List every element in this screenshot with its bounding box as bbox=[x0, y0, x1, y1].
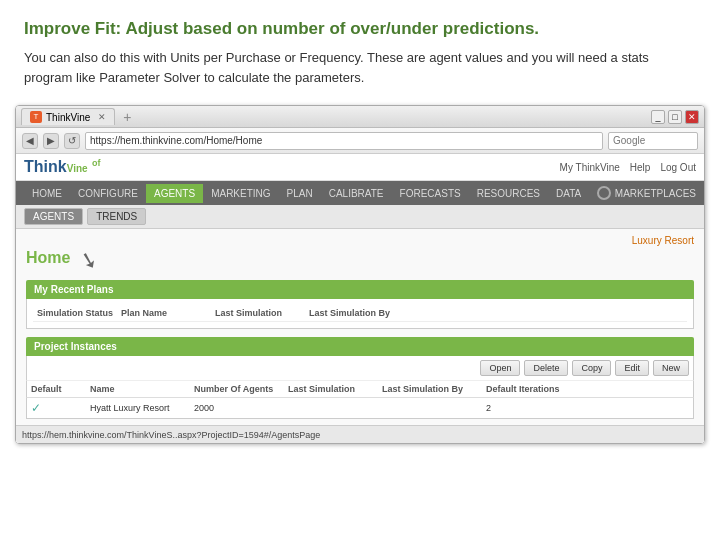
project-iterations: 2 bbox=[486, 403, 576, 413]
search-input[interactable] bbox=[608, 132, 698, 150]
arrow-decoration: ➘ bbox=[77, 247, 101, 277]
app-container: ThinkVine of My ThinkVine Help Log Out H… bbox=[16, 154, 704, 443]
slide-title: Improve Fit: Adjust based on number of o… bbox=[24, 18, 696, 40]
new-tab-button[interactable]: + bbox=[119, 109, 135, 125]
project-row: ✓ Hyatt Luxury Resort 2000 2 bbox=[26, 398, 694, 419]
status-url: https://hem.thinkvine.com/ThinkVineS..as… bbox=[22, 430, 320, 440]
app-header: ThinkVine of My ThinkVine Help Log Out bbox=[16, 154, 704, 181]
col-default-iter-header: Default Iterations bbox=[486, 384, 576, 394]
col-last-sim-by2-header: Last Simulation By bbox=[382, 384, 482, 394]
marketplaces-button[interactable]: MARKETPLACES bbox=[597, 186, 696, 200]
sub-nav-trends[interactable]: TRENDS bbox=[87, 208, 146, 225]
new-button[interactable]: New bbox=[653, 360, 689, 376]
maximize-button[interactable]: □ bbox=[668, 110, 682, 124]
col-name-header: Name bbox=[90, 384, 190, 394]
slide-body: You can also do this with Units per Purc… bbox=[24, 48, 696, 87]
sub-nav-agents[interactable]: AGENTS bbox=[24, 208, 83, 225]
sub-nav: AGENTS TRENDS bbox=[16, 205, 704, 229]
marketplaces-label: MARKETPLACES bbox=[615, 188, 696, 199]
my-thinkvine-link[interactable]: My ThinkVine bbox=[560, 162, 620, 173]
browser-title-bar: T ThinkVine ✕ + _ □ ✕ bbox=[16, 106, 704, 128]
back-button[interactable]: ◀ bbox=[22, 133, 38, 149]
browser-window: T ThinkVine ✕ + _ □ ✕ ◀ ▶ ↺ ThinkVine of… bbox=[15, 105, 705, 444]
nav-marketing[interactable]: MARKETING bbox=[203, 184, 278, 203]
app-logo: ThinkVine of bbox=[24, 158, 101, 176]
tab-favicon: T bbox=[30, 111, 42, 123]
nav-data[interactable]: DATA bbox=[548, 184, 589, 203]
col-last-sim-by: Last Simulation By bbox=[309, 308, 409, 318]
nav-calibrate[interactable]: CALIBRATE bbox=[321, 184, 392, 203]
logo-of: of bbox=[92, 158, 101, 168]
header-links: My ThinkVine Help Log Out bbox=[560, 162, 696, 173]
col-plan-name: Plan Name bbox=[121, 308, 211, 318]
open-button[interactable]: Open bbox=[480, 360, 520, 376]
browser-toolbar: ◀ ▶ ↺ bbox=[16, 128, 704, 154]
nav-forecasts[interactable]: FORECASTS bbox=[392, 184, 469, 203]
tab-close-icon[interactable]: ✕ bbox=[98, 112, 106, 122]
project-agents: 2000 bbox=[194, 403, 284, 413]
recent-plans-header: My Recent Plans bbox=[26, 280, 694, 299]
refresh-button[interactable]: ↺ bbox=[64, 133, 80, 149]
gear-icon bbox=[597, 186, 611, 200]
col-simulation-status: Simulation Status bbox=[37, 308, 117, 318]
main-nav: HOME CONFIGURE AGENTS MARKETING PLAN CAL… bbox=[16, 181, 704, 205]
project-name: Hyatt Luxury Resort bbox=[90, 403, 190, 413]
project-actions-bar: Open Delete Copy Edit New bbox=[26, 356, 694, 380]
window-controls: _ □ ✕ bbox=[651, 110, 699, 124]
nav-configure[interactable]: CONFIGURE bbox=[70, 184, 146, 203]
app-body: Luxury Resort Home ➘ My Recent Plans Sim… bbox=[16, 229, 704, 425]
col-last-sim2-header: Last Simulation bbox=[288, 384, 378, 394]
close-button[interactable]: ✕ bbox=[685, 110, 699, 124]
project-instances-header: Project Instances bbox=[26, 337, 694, 356]
address-bar[interactable] bbox=[85, 132, 603, 150]
help-link[interactable]: Help bbox=[630, 162, 651, 173]
nav-resources[interactable]: RESOURCES bbox=[469, 184, 548, 203]
copy-button[interactable]: Copy bbox=[572, 360, 611, 376]
edit-button[interactable]: Edit bbox=[615, 360, 649, 376]
tab-label: ThinkVine bbox=[46, 112, 90, 123]
col-last-sim: Last Simulation bbox=[215, 308, 305, 318]
nav-agents[interactable]: AGENTS bbox=[146, 184, 203, 203]
forward-button[interactable]: ▶ bbox=[43, 133, 59, 149]
luxury-resort-label: Luxury Resort bbox=[26, 235, 694, 246]
project-table-header: Default Name Number Of Agents Last Simul… bbox=[26, 380, 694, 398]
status-bar: https://hem.thinkvine.com/ThinkVineS..as… bbox=[16, 425, 704, 443]
delete-button[interactable]: Delete bbox=[524, 360, 568, 376]
logout-link[interactable]: Log Out bbox=[660, 162, 696, 173]
nav-plan[interactable]: PLAN bbox=[279, 184, 321, 203]
col-default-header: Default bbox=[31, 384, 86, 394]
recent-plans-table-header: Simulation Status Plan Name Last Simulat… bbox=[33, 305, 687, 322]
minimize-button[interactable]: _ bbox=[651, 110, 665, 124]
nav-home[interactable]: HOME bbox=[24, 184, 70, 203]
default-check-icon: ✓ bbox=[31, 401, 86, 415]
home-title: Home bbox=[26, 249, 70, 267]
browser-tab[interactable]: T ThinkVine ✕ bbox=[21, 108, 115, 125]
slide-content: Improve Fit: Adjust based on number of o… bbox=[0, 0, 720, 105]
col-num-agents-header: Number Of Agents bbox=[194, 384, 284, 394]
logo-vine: Vine bbox=[67, 163, 88, 174]
recent-plans-body: Simulation Status Plan Name Last Simulat… bbox=[26, 299, 694, 329]
